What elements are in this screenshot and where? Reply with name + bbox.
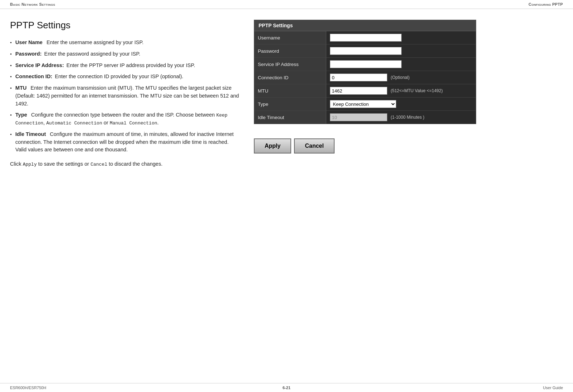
footer-center: 6-21 [283,386,290,390]
list-item: Type Configure the connection type betwe… [10,111,240,127]
bold-label: Password: [15,51,42,57]
list-item: MTU Enter the maximum transmission unit … [10,84,240,108]
main-content: PPTP Settings User Name Enter the userna… [0,9,573,190]
footer-right: User Guide [543,386,563,390]
header-right: Configuring PPTP [529,2,563,6]
code-manual-connection: Manual Connection [110,121,157,126]
password-input[interactable] [330,47,402,55]
right-column: PPTP Settings Username Password [254,20,563,168]
table-row: Type Keep Connection Automatic Connectio… [254,98,476,111]
list-item: Service IP Address: Enter the PPTP serve… [10,62,240,70]
bold-label: Type [15,112,27,118]
type-select[interactable]: Keep Connection Automatic Connection Man… [330,100,396,108]
list-item-label: Connection ID: Enter the connection ID p… [15,73,184,81]
mtu-extra: (512<=MTU Value <=1492) [391,88,443,93]
page-header: Basic Network Settings Configuring PPTP [0,0,573,9]
field-label-mtu: MTU [254,84,326,98]
idle-timeout-extra: (1-1000 Minutes ) [391,115,425,120]
field-cell-service-ip [326,58,476,71]
table-row: Username [254,31,476,44]
page-title: PPTP Settings [10,20,240,31]
bold-label: MTU [15,85,27,91]
table-row: Idle Timeout (1-1000 Minutes ) [254,111,476,124]
field-label-type: Type [254,98,326,111]
list-item-label: User Name Enter the username assigned by… [15,39,143,47]
service-ip-input[interactable] [330,60,402,68]
list-item: User Name Enter the username assigned by… [10,39,240,47]
idle-timeout-input[interactable] [330,113,387,121]
code-cancel: Cancel [90,162,107,167]
pptp-panel-title: PPTP Settings [254,20,476,31]
table-row: Password [254,44,476,58]
bold-label: Connection ID: [15,74,52,79]
bullet-list: User Name Enter the username assigned by… [10,39,240,154]
list-item-label: Password: Enter the password assigned by… [15,50,141,58]
list-item-label: Service IP Address: Enter the PPTP serve… [15,62,195,70]
field-label-connection-id: Connection ID [254,71,326,84]
code-apply: Apply [23,162,37,167]
field-label-username: Username [254,31,326,44]
field-cell-idle-timeout: (1-1000 Minutes ) [326,111,476,124]
field-label-idle-timeout: Idle Timeout [254,111,326,124]
cancel-button[interactable]: Cancel [294,138,334,154]
field-label-password: Password [254,44,326,58]
list-item-label: Idle Timeout Configure the maximum amoun… [15,131,240,154]
table-row: Service IP Address [254,58,476,71]
page-footer: ESR600H/ESR750H 6-21 User Guide [0,383,573,392]
bold-label: Service IP Address: [15,62,64,68]
field-label-service-ip: Service IP Address [254,58,326,71]
action-buttons: Apply Cancel [254,138,335,154]
pptp-table: Username Password Service IP [254,31,476,124]
connection-id-extra: (Optional) [391,75,410,80]
footer-left: ESR600H/ESR750H [10,386,46,390]
list-item: Password: Enter the password assigned by… [10,50,240,58]
connection-id-input[interactable] [330,74,387,81]
table-row: Connection ID (Optional) [254,71,476,84]
list-item: Idle Timeout Configure the maximum amoun… [10,131,240,154]
left-column: PPTP Settings User Name Enter the userna… [10,20,240,168]
click-note: Click Apply to save the settings or Canc… [10,160,240,168]
mtu-input[interactable] [330,87,387,95]
header-left: Basic Network Settings [10,2,55,6]
field-cell-connection-id: (Optional) [326,71,476,84]
list-item-label: MTU Enter the maximum transmission unit … [15,84,240,108]
table-row: MTU (512<=MTU Value <=1492) [254,84,476,98]
field-cell-type: Keep Connection Automatic Connection Man… [326,98,476,111]
field-cell-password [326,44,476,58]
bold-label: Idle Timeout [15,131,46,137]
pptp-settings-panel: PPTP Settings Username Password [254,20,476,124]
list-item: Connection ID: Enter the connection ID p… [10,73,240,81]
bold-label: User Name [15,39,43,45]
field-cell-mtu: (512<=MTU Value <=1492) [326,84,476,98]
apply-button[interactable]: Apply [254,138,291,154]
username-input[interactable] [330,34,402,42]
list-item-label: Type Configure the connection type betwe… [15,111,240,127]
field-cell-username [326,31,476,44]
code-automatic-connection: Automatic Connection [46,121,102,126]
